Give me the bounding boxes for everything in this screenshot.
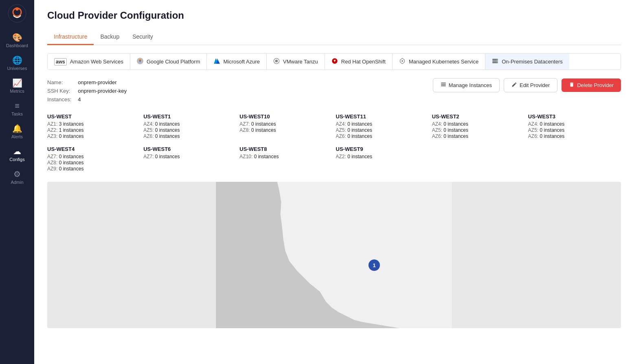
az-count: 0 instances — [155, 127, 180, 133]
az-count: 0 instances — [254, 154, 279, 159]
az-label: AZ6: — [143, 133, 154, 139]
edit-icon — [511, 82, 517, 89]
sidebar-item-tasks[interactable]: ≡ Tasks — [0, 98, 34, 120]
tasks-icon: ≡ — [15, 102, 20, 110]
provider-details: Name: onprem-provider SSH Key: onprem-pr… — [47, 78, 133, 104]
region-block: US-WEST3AZ4: 0 instancesAZ5: 0 instances… — [528, 113, 621, 139]
region-name: US-WEST2 — [432, 113, 525, 120]
az-label: AZ4: — [432, 121, 442, 127]
delete-provider-button[interactable]: Delete Provider — [562, 78, 621, 92]
edit-provider-button[interactable]: Edit Provider — [504, 78, 557, 92]
az-count: 0 instances — [347, 127, 372, 133]
az-count: 0 instances — [443, 127, 468, 133]
metrics-icon: 📈 — [12, 79, 22, 87]
redhat-icon — [331, 58, 338, 65]
az-label: AZ6: — [432, 133, 442, 139]
map-marker[interactable]: 1 — [369, 259, 380, 271]
az-line: AZ8: 0 instances — [239, 127, 332, 133]
ssh-key-value: onprem-provider-key — [78, 87, 133, 95]
sidebar-item-label: Dashboard — [6, 43, 28, 48]
sidebar-item-metrics[interactable]: 📈 Metrics — [0, 75, 34, 98]
provider-tab-vmware[interactable]: VMware Tanzu — [267, 54, 325, 70]
az-line: AZ7: 0 instances — [143, 154, 236, 159]
provider-tab-label: Red Hat OpenShift — [341, 59, 386, 65]
az-label: AZ6: — [336, 133, 346, 139]
sidebar-item-admin[interactable]: ⚙ Admin — [0, 166, 34, 189]
svg-point-13 — [497, 61, 498, 61]
regions-grid: US-WESTAZ1: 3 instancesAZ2: 1 instancesA… — [47, 113, 621, 172]
az-line: AZ1: 3 instances — [47, 121, 140, 127]
region-name: US-WEST11 — [336, 113, 429, 120]
azure-icon — [213, 58, 220, 65]
sidebar-item-universes[interactable]: 🌐 Universes — [0, 52, 34, 75]
az-line: AZ4: 0 instances — [528, 121, 621, 127]
svg-rect-17 — [441, 85, 446, 86]
provider-tab-label: On-Premises Datacenters — [502, 59, 563, 65]
az-line: AZ2: 0 instances — [336, 154, 429, 159]
az-count: 0 instances — [251, 121, 276, 127]
tab-security[interactable]: Security — [126, 29, 160, 45]
sidebar-item-configs[interactable]: ☁ Configs — [0, 143, 34, 166]
provider-tab-aws[interactable]: aws Amazon Web Services — [48, 54, 130, 70]
az-line: AZ6: 0 instances — [528, 133, 621, 139]
az-label: AZ5: — [528, 127, 538, 133]
az-label: AZ2: — [336, 154, 346, 159]
provider-tab-gcp[interactable]: Google Cloud Platform — [130, 54, 207, 70]
az-label: AZ5: — [143, 127, 154, 133]
az-line: AZ6: 0 instances — [432, 133, 525, 139]
provider-tab-azure[interactable]: Microsoft Azure — [207, 54, 267, 70]
name-value: onprem-provider — [78, 78, 133, 87]
provider-tab-label: Microsoft Azure — [223, 59, 260, 65]
az-count: 3 instances — [59, 121, 84, 127]
az-line: AZ9: 0 instances — [47, 166, 140, 172]
svg-rect-16 — [441, 84, 446, 85]
provider-tabs: aws Amazon Web Services Google Cloud Pla… — [47, 53, 621, 70]
provider-tab-onprem[interactable]: On-Premises Datacenters — [485, 54, 569, 70]
sidebar-item-dashboard[interactable]: 🎨 Dashboard — [0, 29, 34, 52]
provider-tab-label: Google Cloud Platform — [147, 59, 200, 65]
az-label: AZ5: — [336, 127, 346, 133]
az-label: AZ8: — [239, 127, 250, 133]
az-label: AZ5: — [432, 127, 442, 133]
az-count: 0 instances — [347, 133, 372, 139]
ssh-key-label: SSH Key: — [47, 87, 78, 95]
region-block: US-WEST9AZ2: 0 instances — [336, 146, 429, 172]
az-label: AZ7: — [239, 121, 250, 127]
az-label: AZ9: — [47, 166, 57, 172]
tab-infrastructure[interactable]: Infrastructure — [47, 29, 94, 45]
tab-backup[interactable]: Backup — [94, 29, 126, 45]
svg-point-8 — [401, 60, 403, 62]
provider-tab-k8s[interactable]: Managed Kubernetes Service — [393, 54, 485, 70]
provider-actions: Manage Instances Edit Provider Delete Pr… — [433, 78, 621, 92]
az-line: AZ2: 1 instances — [47, 127, 140, 133]
configs-icon: ☁ — [13, 147, 21, 155]
sidebar-item-alerts[interactable]: 🔔 Alerts — [0, 120, 34, 143]
az-count: 0 instances — [251, 127, 276, 133]
region-block: US-WEST8AZ10: 0 instances — [239, 146, 332, 172]
az-count: 0 instances — [540, 127, 565, 133]
az-count: 0 instances — [443, 133, 468, 139]
provider-tab-redhat[interactable]: Red Hat OpenShift — [325, 54, 393, 70]
region-name: US-WEST6 — [143, 146, 236, 152]
az-count: 0 instances — [540, 133, 565, 139]
main-content: Cloud Provider Configuration Infrastruct… — [34, 0, 634, 364]
instances-value: 4 — [78, 95, 133, 104]
az-line: AZ4: 0 instances — [336, 121, 429, 127]
provider-tab-label: Amazon Web Services — [70, 59, 123, 65]
az-line: AZ8: 0 instances — [47, 160, 140, 166]
delete-icon — [569, 82, 575, 89]
manage-instances-button[interactable]: Manage Instances — [433, 78, 500, 92]
az-count: 0 instances — [443, 121, 468, 127]
logo — [8, 4, 26, 24]
az-line: AZ3: 0 instances — [47, 133, 140, 139]
onprem-icon — [492, 58, 498, 65]
az-line: AZ6: 0 instances — [336, 133, 429, 139]
az-line: AZ7: 0 instances — [239, 121, 332, 127]
az-count: 0 instances — [59, 154, 84, 159]
region-block: US-WEST10AZ7: 0 instancesAZ8: 0 instance… — [239, 113, 332, 139]
region-block: US-WEST1AZ4: 0 instancesAZ5: 0 instances… — [143, 113, 236, 139]
az-count: 0 instances — [347, 154, 372, 159]
provider-tab-label: VMware Tanzu — [283, 59, 318, 65]
manage-instances-icon — [441, 82, 446, 89]
aws-icon: aws — [54, 58, 67, 65]
